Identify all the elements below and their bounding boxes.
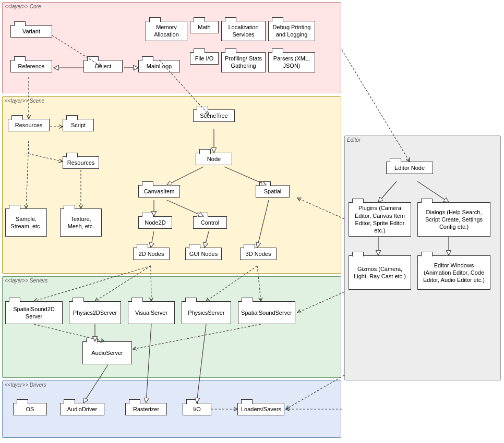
- control-node: Control: [193, 216, 227, 229]
- spatial-node: Spatial: [256, 185, 290, 198]
- spatialsound2d-node: SpatialSound2D Server: [5, 301, 63, 324]
- layer-core-label: <<layer>> Core: [5, 4, 41, 9]
- editor-windows-node: Editor Windows (Animation Editor, Code E…: [417, 255, 490, 290]
- plugins-node: Plugins (Camera Editor, Canvas Item Edit…: [349, 202, 411, 237]
- texture-node: Texture, Mesh, etc.: [60, 208, 102, 237]
- audio-driver-node: AudioDriver: [60, 403, 104, 415]
- layer-editor-label: Editor: [347, 137, 361, 143]
- visual-node: VisualServer: [128, 301, 175, 324]
- mainloop-node: MainLoop: [138, 60, 180, 72]
- spatialsound-node: SpatialSoundServer: [238, 301, 295, 324]
- layer-drivers: <<layer>> Drivers: [2, 380, 341, 438]
- math-node: Math: [190, 21, 219, 33]
- layer-core: <<layer>> Core: [2, 2, 341, 93]
- localization-node: Localization Services: [221, 21, 266, 41]
- nodes2d-node: 2D Nodes: [133, 248, 170, 260]
- rasterizer-node: Rasterizer: [125, 403, 167, 415]
- parsers-node: Parsers (XML, JSON): [268, 52, 315, 72]
- guinodes-node: GUI Nodes: [185, 248, 222, 260]
- os-node: OS: [13, 403, 47, 415]
- profiling-node: Profiling/ Stats Gathering: [221, 52, 266, 72]
- reference-node: Reference: [10, 60, 52, 72]
- resources2-node: Resources: [63, 156, 99, 169]
- script-node: Script: [63, 119, 94, 131]
- file-io-node: File I/O: [190, 52, 219, 65]
- layer-servers: <<layer>> Servers: [2, 276, 341, 378]
- nodes3d-node: 3D Nodes: [240, 248, 277, 260]
- sample-node: Sample, Stream, etc.: [5, 208, 47, 237]
- debug-node: Debug Printing and Logging: [268, 21, 315, 41]
- layer-scene-label: <<layer>> Scene: [5, 98, 44, 104]
- layer-drivers-label: <<layer>> Drivers: [5, 382, 46, 388]
- gizmos-node: Gizmos (Camera, Light, Ray Cast etc.): [349, 255, 411, 290]
- dialogs-node: Dialogs (Help Search, Script Create, Set…: [417, 202, 490, 237]
- memory-allocation-node: Memory Allocation: [146, 21, 187, 41]
- layer-servers-label: <<layer>> Servers: [5, 278, 47, 284]
- node2d-node: Node2D: [138, 216, 172, 229]
- resources1-node: Resources: [8, 119, 50, 131]
- physics2d-node: Physics2DServer: [69, 301, 121, 324]
- variant-node: Variant: [10, 25, 52, 38]
- node-node: Node: [196, 153, 232, 165]
- scenetree-node: SceneTree: [193, 109, 235, 122]
- object-node: Object: [83, 60, 123, 72]
- audio-node: AudioServer: [82, 341, 132, 364]
- physics-node: PhysicsServer: [182, 301, 231, 324]
- canvasitem-node: CanvasItem: [138, 185, 180, 198]
- io-node: I/O: [183, 403, 211, 415]
- loaders-savers-node: Loaders/Savers: [237, 403, 284, 415]
- diagram: <<layer>> Core <<layer>> Scene <<layer>>…: [0, 0, 504, 443]
- editor-node-node: Editor Node: [386, 162, 433, 174]
